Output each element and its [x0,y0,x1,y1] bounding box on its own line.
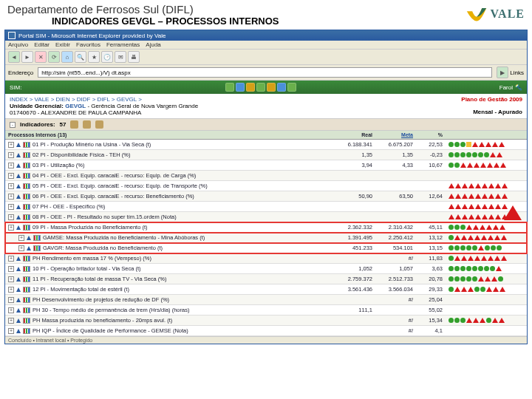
table-row[interactable]: +GAVGR: Massa Produzida no Beneficiament… [5,243,527,253]
status-dot [493,287,499,292]
col-meta[interactable]: Meta [401,132,413,137]
unidade-code[interactable]: GEVGL [65,103,86,109]
chart-icon[interactable] [23,297,30,303]
refresh-icon[interactable] [225,83,234,92]
menu-exibir[interactable]: Exibir [55,41,70,48]
table-row[interactable]: +09 PI - Massa Produzida no Beneficiamen… [5,222,527,233]
row-name: +PH IQP - Índice de Qualidade de Perform… [5,327,335,335]
home-icon[interactable] [236,83,245,92]
table-row[interactable]: +08 PI - OEE - PI - Resultado no super t… [5,212,527,222]
chart-icon[interactable] [23,142,30,148]
table-row[interactable]: +PH Massa produzida no beneficiamento - … [5,316,527,326]
table-row[interactable]: +03 PI - Utilização (%)3,944,3310,67 [5,160,527,171]
expand-icon[interactable]: + [8,328,14,334]
stop-button[interactable]: ✕ [35,51,47,63]
expand-icon[interactable]: + [8,152,14,158]
expand-icon[interactable]: + [8,194,14,200]
row-name: +PH 30 - Tempo médio de permanência de t… [5,306,335,314]
home-button[interactable]: ⌂ [61,51,73,63]
print-button[interactable]: 🖶 [128,51,140,63]
address-input[interactable]: http://sim (nt55...end...)/V) dt.aspx [38,67,492,78]
expand-icon[interactable]: + [8,287,14,293]
cell-meta [375,216,416,218]
table-row[interactable]: +06 PI - OEE - Excl. Equip. caracalE - r… [5,191,527,202]
history-button[interactable]: 🕑 [101,51,113,63]
menu-ferramentas[interactable]: Ferramentas [106,41,140,48]
table-row[interactable]: +11 PI - Recuperação total de massa TV -… [5,274,527,284]
expand-icon[interactable]: + [8,183,14,189]
expand-icon[interactable]: + [8,266,14,272]
excel-icon[interactable] [267,83,276,92]
chart-icon[interactable] [23,225,30,231]
cell-pct: 22,53 [416,140,446,149]
breadcrumb[interactable]: INDEX > VALE > DIEN > DIDF > DIFL > GEVG… [10,96,198,103]
chart-icon[interactable] [23,163,30,168]
filter-icon-1[interactable] [70,120,78,129]
chart-icon[interactable] [23,287,30,293]
filter-icon-2[interactable] [83,120,91,129]
chart-icon[interactable] [23,256,30,262]
chart-icon[interactable] [23,266,30,272]
expand-icon[interactable]: + [18,245,24,251]
chart-icon[interactable] [23,214,30,220]
chart-icon[interactable] [23,194,30,200]
menu-editar[interactable]: Editar [34,41,50,48]
table-row[interactable]: +07 PH - OEE - Específico (%) [5,202,527,212]
table-row[interactable]: +PH IQP - Índice de Qualidade de Perform… [5,326,527,336]
search-button[interactable]: 🔍 [75,51,86,63]
table-row[interactable]: +02 PI - Disponibilidade Física - TEH (%… [5,150,527,160]
table-row[interactable]: +PH 30 - Tempo médio de permanência de t… [5,305,527,316]
chart-icon[interactable] [23,183,30,189]
table-row[interactable]: +PH Desenvolvimento de projetos de reduç… [5,295,527,305]
chart-icon[interactable] [23,276,30,282]
print-icon[interactable] [277,83,286,92]
table-row[interactable]: +05 PI - OEE - Excl. Equip. caracalE - r… [5,181,527,191]
mail-button[interactable]: ✉ [115,51,126,63]
expand-icon[interactable]: + [8,297,14,303]
menu-bar[interactable]: Arquivo Editar Exibir Favoritos Ferramen… [5,41,527,50]
expand-icon[interactable]: + [8,318,14,324]
menu-arquivo[interactable]: Arquivo [8,41,28,48]
chart-icon[interactable] [33,245,41,251]
expand-icon[interactable]: + [8,256,14,262]
expand-icon[interactable]: + [8,214,14,220]
menu-favoritos[interactable]: Favoritos [76,41,100,48]
table-row[interactable]: +PH Rendimento em massa 17 % (Vempeso) (… [5,253,527,264]
expand-icon[interactable]: + [8,204,14,210]
chart-icon[interactable] [256,83,265,92]
table-row[interactable]: +10 PI - Operação britador total - Via S… [5,264,527,274]
chart-icon[interactable] [23,328,30,334]
chart-icon[interactable] [23,307,30,313]
app-topbar: SIM: Farol 🔦 [5,81,527,94]
table-row[interactable]: +01 PI - Produção Minério na Usina - Via… [5,140,527,150]
status-dot [494,256,500,261]
status-dot [480,225,485,230]
chart-icon[interactable] [23,318,30,324]
expand-icon[interactable]: + [8,173,14,179]
expand-icon[interactable]: + [8,225,14,231]
go-button[interactable]: ▶ [497,66,508,78]
expand-icon[interactable]: + [8,307,14,313]
chart-icon[interactable] [23,152,30,158]
collapse-toggle[interactable]: - [10,122,16,128]
expand-icon[interactable]: + [8,276,14,282]
table-row[interactable]: +04 PI - OEE - Excl. Equip. caracalE - r… [5,171,527,181]
status-dot [481,256,487,261]
chart-icon[interactable] [33,235,41,241]
table-row[interactable]: +12 PI - Movimentação total de estéril (… [5,284,527,295]
menu-ajuda[interactable]: Ajuda [146,41,160,48]
expand-icon[interactable]: + [8,142,14,148]
back-button[interactable]: ◄ [8,51,20,63]
folder-icon[interactable] [246,83,255,92]
refresh-button[interactable]: ⟳ [48,51,60,63]
table-row[interactable]: +GAMSE: Massa Produzida no Beneficiament… [5,233,527,243]
favorites-button[interactable]: ★ [88,51,100,63]
chart-icon[interactable] [23,204,30,210]
col-trend [446,131,527,139]
expand-icon[interactable]: + [18,235,24,241]
help-icon[interactable] [287,83,296,92]
filter-icon-3[interactable] [95,120,103,129]
chart-icon[interactable] [23,173,30,179]
forward-button[interactable]: ► [21,51,33,63]
expand-icon[interactable]: + [8,163,14,168]
